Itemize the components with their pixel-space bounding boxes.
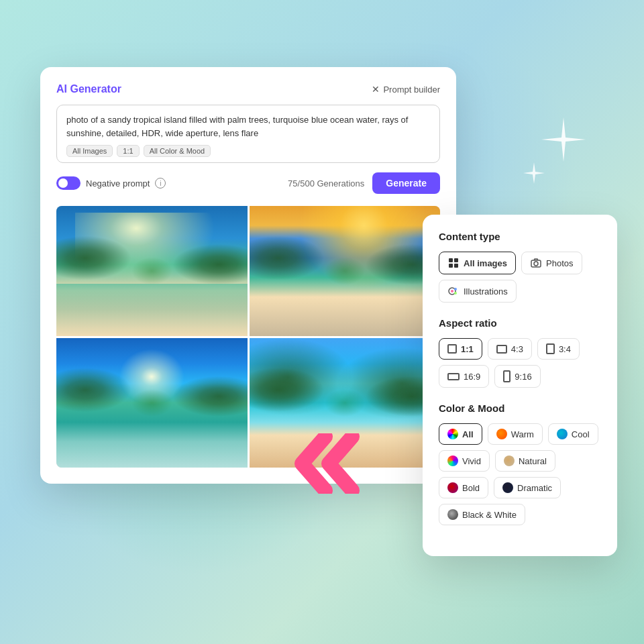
ratio-3-4-label: 3:4	[559, 344, 571, 354]
color-warm-label: Warm	[511, 429, 534, 439]
content-photos-label: Photos	[546, 258, 573, 268]
x-icon: ✕	[372, 84, 380, 95]
color-natural-icon	[504, 455, 515, 466]
content-all-images-button[interactable]: All images	[439, 252, 516, 274]
ratio-4-3-icon	[496, 345, 507, 354]
beach-image-1	[56, 206, 248, 336]
color-cool-button[interactable]: Cool	[548, 423, 598, 445]
color-warm-icon	[496, 429, 507, 439]
color-vivid-label: Vivid	[462, 456, 481, 466]
color-bw-icon	[447, 509, 458, 520]
color-mood-section: Color & Mood All Warm Cool Vivid Natural	[439, 402, 601, 525]
card-header: AI Generator ✕ Prompt builder	[56, 83, 440, 95]
ratio-1-1-icon	[447, 344, 457, 354]
tag-all-images[interactable]: All Images	[66, 145, 113, 157]
color-cool-icon	[557, 429, 568, 439]
generations-counter: 75/500 Generations	[288, 178, 364, 189]
ratio-9-16-icon	[503, 370, 511, 382]
prompt-input-wrapper[interactable]: photo of a sandy tropical island filled …	[56, 105, 440, 163]
svg-rect-2	[449, 264, 453, 268]
color-warm-button[interactable]: Warm	[488, 423, 543, 445]
content-photos-button[interactable]: Photos	[521, 252, 582, 274]
color-dramatic-label: Dramatic	[517, 483, 552, 493]
ratio-16-9-icon	[447, 373, 460, 380]
aspect-ratio-section: Aspect ratio 1:1 4:3 3:4 16:9 9:16	[439, 317, 601, 388]
generate-button[interactable]: Generate	[372, 172, 440, 194]
svg-point-9	[454, 292, 457, 294]
ratio-3-4-icon	[546, 343, 555, 354]
chevron-decoration	[288, 433, 369, 496]
svg-point-7	[451, 290, 453, 292]
camera-icon	[530, 257, 542, 269]
ratio-4-3-button[interactable]: 4:3	[488, 338, 532, 360]
grid-cell-2[interactable]	[250, 206, 441, 336]
color-bold-label: Bold	[462, 483, 480, 493]
negative-prompt-control: Negative prompt i	[56, 176, 166, 190]
prompt-builder-label: Prompt builder	[383, 85, 440, 95]
color-dramatic-icon	[502, 482, 513, 493]
grid-icon	[447, 257, 460, 269]
aspect-ratio-options: 1:1 4:3 3:4 16:9 9:16	[439, 338, 601, 388]
ai-generator-card: AI Generator ✕ Prompt builder photo of a…	[40, 67, 456, 484]
svg-rect-1	[454, 258, 458, 262]
prompt-builder-button[interactable]: ✕ Prompt builder	[372, 84, 440, 95]
color-vivid-icon	[447, 455, 458, 466]
color-mood-options: All Warm Cool Vivid Natural Bold	[439, 423, 601, 525]
card-title: AI Generator	[56, 83, 121, 95]
grid-cell-3[interactable]	[56, 338, 248, 468]
color-all-button[interactable]: All	[439, 423, 482, 445]
color-all-label: All	[462, 429, 474, 439]
color-natural-button[interactable]: Natural	[495, 450, 555, 472]
info-icon[interactable]: i	[155, 178, 166, 189]
sparkle-small-icon	[521, 161, 547, 189]
ratio-4-3-label: 4:3	[511, 344, 523, 354]
ratio-16-9-button[interactable]: 16:9	[439, 365, 489, 388]
prompt-tags: All Images 1:1 All Color & Mood	[66, 145, 430, 157]
content-illustrations-label: Illustrations	[464, 286, 508, 297]
color-mood-title: Color & Mood	[439, 402, 601, 414]
content-type-title: Content type	[439, 231, 601, 242]
tag-color-mood[interactable]: All Color & Mood	[144, 145, 211, 157]
color-dramatic-button[interactable]: Dramatic	[494, 477, 561, 498]
ratio-1-1-label: 1:1	[461, 344, 474, 354]
image-grid	[56, 206, 440, 468]
negative-prompt-toggle[interactable]	[56, 176, 80, 190]
brush-icon	[447, 285, 460, 297]
ratio-3-4-button[interactable]: 3:4	[537, 338, 580, 360]
svg-rect-0	[449, 258, 453, 262]
ratio-1-1-button[interactable]: 1:1	[439, 338, 482, 360]
color-bold-button[interactable]: Bold	[439, 477, 488, 498]
palm-overlay-2	[250, 206, 441, 336]
color-all-icon	[447, 429, 458, 439]
content-all-images-label: All images	[464, 258, 507, 268]
ratio-9-16-button[interactable]: 9:16	[494, 365, 540, 388]
ratio-9-16-label: 9:16	[515, 372, 531, 382]
color-bold-icon	[447, 482, 458, 493]
aspect-ratio-title: Aspect ratio	[439, 317, 601, 329]
svg-rect-3	[454, 264, 458, 268]
beach-image-2	[250, 206, 441, 336]
color-cool-label: Cool	[572, 429, 590, 439]
color-vivid-button[interactable]: Vivid	[439, 450, 490, 472]
beach-image-3	[56, 338, 248, 468]
color-natural-label: Natural	[519, 456, 547, 466]
ratio-16-9-label: 16:9	[464, 372, 480, 382]
svg-point-5	[534, 262, 538, 266]
prompt-text[interactable]: photo of a sandy tropical island filled …	[66, 113, 430, 140]
svg-point-8	[454, 288, 457, 290]
content-illustrations-button[interactable]: Illustrations	[439, 280, 517, 303]
palm-overlay-3	[56, 338, 248, 468]
prompt-builder-panel: Content type All images	[423, 215, 617, 556]
content-type-section: Content type All images	[439, 231, 601, 303]
grid-cell-1[interactable]	[56, 206, 248, 336]
color-bw-button[interactable]: Black & White	[439, 504, 525, 525]
content-type-options: All images Photos	[439, 252, 601, 303]
card-controls: Negative prompt i 75/500 Generations Gen…	[56, 172, 440, 194]
color-bw-label: Black & White	[462, 510, 517, 520]
negative-prompt-label: Negative prompt	[86, 178, 150, 189]
tag-ratio[interactable]: 1:1	[117, 145, 139, 157]
palm-overlay-1	[56, 206, 248, 336]
